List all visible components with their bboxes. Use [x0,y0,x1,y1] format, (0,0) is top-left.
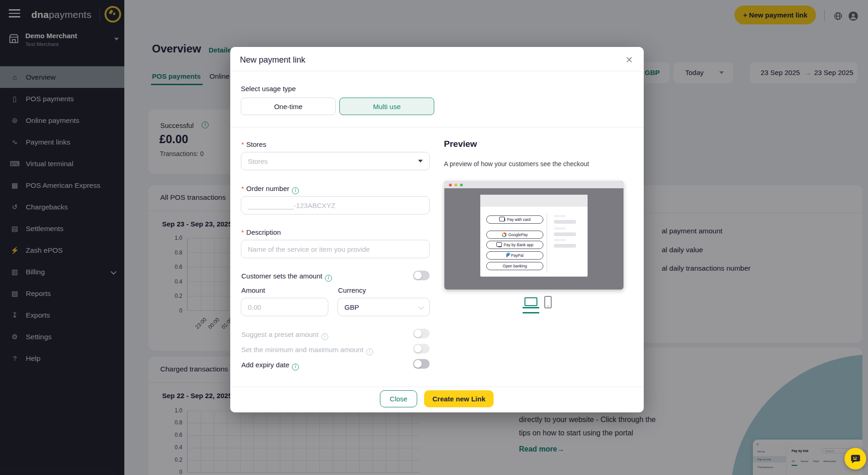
description-label: *Description [241,228,281,236]
modal-title: New payment link [240,55,305,65]
paypal-button: PPPayPal [486,251,543,260]
card-icon [501,218,505,221]
description-input[interactable] [241,240,430,258]
checkout-panel-header [480,195,588,207]
multi-use-button[interactable]: Multi use [339,98,434,115]
usage-type-label: Select usage type [241,85,296,93]
min-max-toggle [413,344,430,353]
currency-value: GBP [344,303,359,311]
chat-widget-button[interactable] [845,448,866,469]
info-icon: i [366,348,373,355]
googlepay-button: GooglePay [486,231,543,239]
expiry-date-label: Add expiry datei [241,361,299,371]
stores-select[interactable]: Stores [241,152,430,170]
paypal-icon: PP [506,253,509,258]
pay-by-bank-button: Pay by Bank app [486,241,543,249]
stores-label: *Stores [241,140,266,148]
chat-bubble-icon [850,453,862,465]
browser-bar [444,181,623,188]
amount-label: Amount [241,286,265,294]
checkout-panel: Pay with card GooglePay Pay by Bank app … [480,195,588,277]
info-icon[interactable]: i [292,187,299,194]
info-icon[interactable]: i [292,364,299,371]
close-button[interactable]: Close [380,390,417,407]
one-time-button[interactable]: One-time [241,98,336,115]
panel-divider [547,213,547,273]
info-icon[interactable]: i [325,275,332,282]
desktop-preview-icon[interactable] [524,297,537,306]
order-number-input[interactable] [241,196,430,214]
suggest-preset-toggle [413,329,430,338]
new-payment-link-modal: New payment link ✕ Select usage type One… [230,47,644,412]
preview-subtitle: A preview of how your customers see the … [444,160,589,168]
open-banking-button: Open banking [486,262,543,270]
currency-select[interactable]: GBP [338,298,430,316]
stores-caret-icon [418,160,423,162]
close-icon[interactable]: ✕ [625,54,633,65]
min-max-label: Set the minimum and maximum amounti [241,346,373,355]
pay-with-card-button: Pay with card [486,215,543,224]
currency-label: Currency [338,286,366,294]
traffic-yellow-icon [454,184,457,186]
checkout-preview-mock: Pay with card GooglePay Pay by Bank app … [444,181,623,290]
preview-title: Preview [444,139,477,149]
currency-chevron-icon [419,303,425,309]
expiry-date-toggle[interactable] [413,359,430,369]
traffic-red-icon [449,184,452,186]
suggest-preset-label: Suggest a preset amounti [241,330,328,340]
desktop-active-underline [523,312,539,313]
amount-input[interactable] [241,298,328,316]
googlepay-icon [502,232,507,237]
order-number-label: *Order numberi [241,185,299,194]
mobile-preview-icon[interactable] [544,296,552,308]
create-new-link-button[interactable]: Create new Link [424,390,494,407]
desktop-icon-base [523,307,539,308]
customer-sets-amount-label: Customer sets the amounti [241,272,332,282]
customer-sets-amount-toggle[interactable] [413,271,430,280]
traffic-green-icon [460,184,463,186]
bank-app-icon [498,243,502,247]
stores-placeholder: Stores [248,157,268,165]
info-icon: i [321,333,328,340]
